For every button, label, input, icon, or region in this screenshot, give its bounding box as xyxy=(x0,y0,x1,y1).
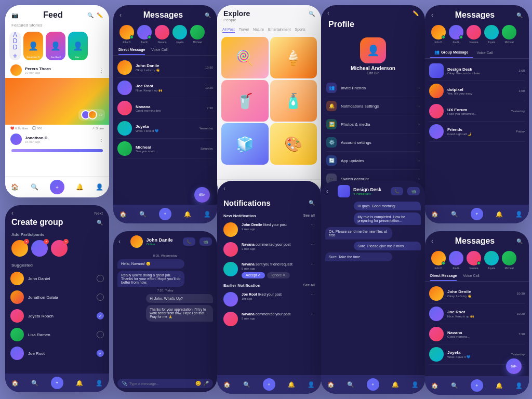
next-button[interactable]: Next xyxy=(95,211,103,216)
cg-search-icon[interactable]: 🔍 xyxy=(97,220,103,225)
menu-item-updates[interactable]: 🔄 App updates › xyxy=(326,152,420,170)
menu-item-account[interactable]: ⚙️ Account settings › xyxy=(326,134,420,152)
explore-image[interactable]: 🧊 xyxy=(221,123,269,165)
nav-bell[interactable]: 🔔 xyxy=(392,381,399,388)
nav-profile[interactable]: 👤 xyxy=(204,211,211,218)
nav-bell[interactable]: 🔔 xyxy=(496,211,503,218)
person-item[interactable]: Joe Root ✓ xyxy=(10,344,104,363)
tab-travel[interactable]: Travel xyxy=(239,26,249,33)
person-item[interactable]: Lisa Ramen xyxy=(10,325,104,344)
back-button[interactable]: ‹ xyxy=(431,11,433,19)
menu-item-notifications[interactable]: 🔔 Notifications settings › xyxy=(326,97,420,115)
more-icon[interactable]: ⋮ xyxy=(99,68,104,73)
avatar-item[interactable]: Joyeta xyxy=(172,25,187,44)
nav-add[interactable]: + xyxy=(471,208,483,220)
see-all-button-2[interactable]: See all xyxy=(303,283,315,288)
tab-entertainment[interactable]: Entertainment xyxy=(268,26,291,33)
nav-add[interactable]: + xyxy=(51,377,63,389)
nav-profile[interactable]: 👤 xyxy=(411,381,419,388)
call-button[interactable]: 📞 xyxy=(183,237,195,246)
participant-item[interactable]: × xyxy=(51,240,68,257)
attach-icon[interactable]: 📎 xyxy=(122,381,127,386)
message-item[interactable]: Navana Good morning bro 7:30 xyxy=(117,98,213,118)
search-icon[interactable]: 🔍 xyxy=(516,12,523,18)
nav-profile[interactable]: 👤 xyxy=(515,211,523,218)
avatar-item[interactable]: Joe R. xyxy=(137,25,152,44)
nav-search[interactable]: 🔍 xyxy=(347,381,354,388)
avatar-item[interactable]: John D. xyxy=(431,251,446,270)
nav-profile[interactable]: 👤 xyxy=(515,382,523,389)
more-icon[interactable]: ⋮ xyxy=(99,137,104,142)
accept-button[interactable]: Accept ✓ xyxy=(242,272,265,278)
notification-item[interactable]: Navana commented your post 3 min ago ⋯ xyxy=(217,240,321,259)
nav-bell[interactable]: 🔔 xyxy=(496,382,503,389)
nav-profile[interactable]: 👤 xyxy=(96,183,103,191)
nav-home[interactable]: 🏠 xyxy=(327,381,335,388)
nav-home[interactable]: 🏠 xyxy=(11,380,19,387)
back-button[interactable]: ‹ xyxy=(118,238,121,245)
menu-item-photos[interactable]: 🖼️ Photos & media › xyxy=(326,115,420,134)
notification-item[interactable]: Navana commented your post 5 min ago ⋯ xyxy=(217,309,321,329)
participant-item[interactable]: × xyxy=(31,240,48,257)
emoji-icon[interactable]: 😊 xyxy=(195,381,201,386)
compose-fab-br[interactable]: ✏ xyxy=(506,358,522,374)
avatar-item[interactable]: Navana xyxy=(467,25,481,44)
back-button[interactable]: ‹ xyxy=(326,188,328,195)
video-button[interactable]: 📹 xyxy=(200,237,212,246)
avatar-item[interactable]: Joe R. xyxy=(449,251,463,270)
tab-sports[interactable]: Sports xyxy=(295,26,305,33)
nav-profile[interactable]: 👤 xyxy=(96,380,103,387)
tab-direct-message[interactable]: Direct Message xyxy=(430,274,457,281)
avatar-item[interactable]: John D. xyxy=(431,25,446,44)
back-button[interactable]: ‹ xyxy=(327,9,329,17)
message-item[interactable]: John Denile Okay. Let's try 👋 10:30 xyxy=(429,284,525,304)
participant-item[interactable]: × xyxy=(11,240,28,257)
nav-add[interactable]: + xyxy=(159,208,171,220)
avatar-item[interactable]: Micheal xyxy=(502,251,516,270)
message-item[interactable]: UX Forum I see you tomorrow... Yesterday xyxy=(429,101,525,122)
avatar-item[interactable]: Joyeta xyxy=(484,251,499,270)
ignore-button[interactable]: Ignore ✕ xyxy=(267,272,290,278)
tab-voice-call[interactable]: Voice Call xyxy=(463,274,479,281)
nav-search[interactable]: 🔍 xyxy=(31,380,38,387)
story-item[interactable]: 👤 Jonathan D. xyxy=(23,32,43,60)
check-box[interactable] xyxy=(97,331,104,338)
nav-bell[interactable]: 🔔 xyxy=(288,381,295,388)
edit-icon[interactable]: ✏️ xyxy=(97,12,103,18)
more-icon[interactable]: ⋯ xyxy=(311,312,315,316)
nav-add[interactable]: + xyxy=(50,180,64,194)
message-item[interactable]: Friends Good night all 🌙 Friday xyxy=(429,122,525,142)
nav-search[interactable]: 🔍 xyxy=(31,183,38,191)
more-icon[interactable]: ⋯ xyxy=(311,262,315,267)
message-item[interactable]: Micheal See you soon Saturday xyxy=(117,139,213,159)
more-icon[interactable]: ⋯ xyxy=(311,292,315,297)
check-box[interactable]: ✓ xyxy=(97,312,104,320)
tab-all[interactable]: All Post xyxy=(222,26,235,33)
see-all-button[interactable]: See all xyxy=(303,214,315,218)
tab-voice-call[interactable]: Voice Call xyxy=(473,48,497,58)
search-icon[interactable]: 🔍 xyxy=(516,238,523,244)
tab-group-message[interactable]: 👥 Group Message xyxy=(430,48,473,58)
nav-home[interactable]: 🏠 xyxy=(119,211,127,218)
nav-home[interactable]: 🏠 xyxy=(11,183,19,191)
explore-image[interactable]: 🍦 xyxy=(270,37,317,78)
check-box[interactable] xyxy=(97,294,104,301)
check-box[interactable] xyxy=(97,275,104,282)
avatar-item[interactable]: John D. xyxy=(119,25,134,44)
nav-profile[interactable]: 👤 xyxy=(308,381,315,388)
notification-item[interactable]: Joe Root liked your post 1hr ago ⋯ xyxy=(217,289,321,309)
avatar-item[interactable]: Navana xyxy=(155,25,169,44)
more-icon[interactable]: ⋯ xyxy=(311,242,315,247)
explore-image[interactable]: 🎨 xyxy=(270,123,317,165)
call-button[interactable]: 📞 xyxy=(391,187,403,195)
nav-home[interactable]: 🏠 xyxy=(431,211,438,218)
avatar-item[interactable]: Joyeta xyxy=(484,25,499,44)
explore-image[interactable]: 🍭 xyxy=(221,37,269,78)
add-story-button[interactable]: A D D + xyxy=(9,32,21,60)
video-button[interactable]: 📹 xyxy=(407,187,420,195)
message-item[interactable]: Joe Root Nice. Keep it up 🙌 10:20 xyxy=(429,304,525,324)
search-icon[interactable]: 🔍 xyxy=(87,12,94,18)
avatar-item[interactable]: Joe R. xyxy=(449,25,463,44)
nav-add[interactable]: + xyxy=(471,379,483,392)
message-item[interactable]: Design Desk Okay. We can do it later 1:0… xyxy=(429,61,525,81)
